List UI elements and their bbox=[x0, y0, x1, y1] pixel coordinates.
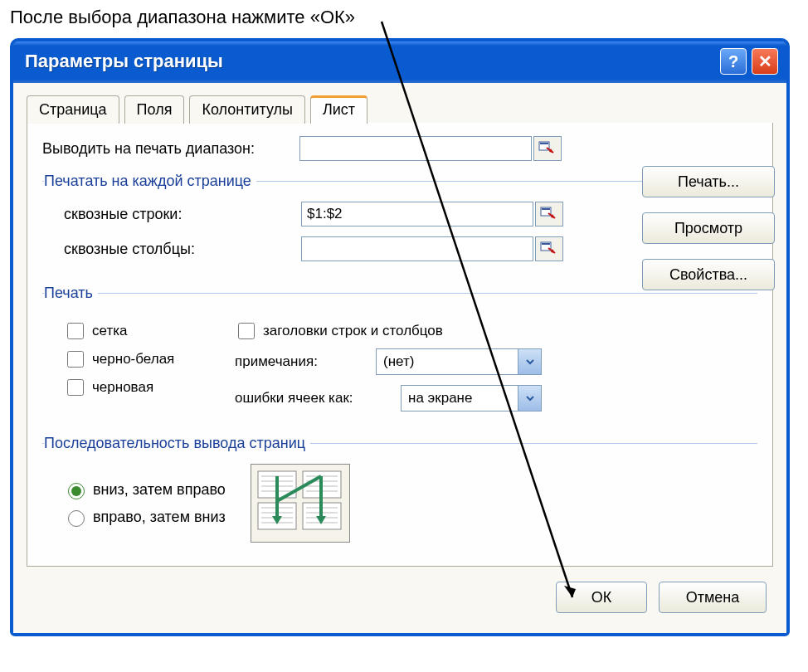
print-range-ref-button[interactable] bbox=[533, 136, 562, 161]
svg-rect-6 bbox=[542, 208, 550, 210]
print-legend: Печать bbox=[44, 285, 98, 302]
ok-button[interactable]: ОК bbox=[556, 582, 647, 613]
order-fieldset: Последовательность вывода страниц вниз, … bbox=[42, 435, 757, 544]
cols-ref-button[interactable] bbox=[535, 236, 563, 261]
chevron-down-icon bbox=[518, 386, 541, 411]
cancel-button[interactable]: Отмена bbox=[659, 582, 767, 613]
cols-label: сквозные столбцы: bbox=[44, 241, 301, 258]
headings-label: заголовки строк и столбцов bbox=[263, 323, 443, 339]
tab-margins[interactable]: Поля bbox=[124, 95, 185, 124]
print-range-input[interactable] bbox=[299, 136, 532, 161]
help-button[interactable]: ? bbox=[720, 48, 747, 75]
down-then-over-label: вниз, затем вправо bbox=[93, 481, 226, 499]
tab-headers[interactable]: Колонтитулы bbox=[189, 95, 305, 124]
bw-label: черно-белая bbox=[92, 351, 174, 368]
draft-checkbox[interactable] bbox=[67, 379, 84, 396]
tab-sheet[interactable]: Лист bbox=[310, 95, 367, 124]
window-title: Параметры страницы bbox=[25, 51, 715, 72]
down-then-over-radio[interactable] bbox=[68, 483, 85, 499]
svg-rect-3 bbox=[540, 143, 548, 144]
tab-page[interactable]: Страница bbox=[27, 95, 119, 124]
preview-button[interactable]: Просмотр bbox=[642, 212, 775, 244]
cols-input[interactable] bbox=[301, 236, 533, 261]
notes-value: (нет) bbox=[377, 353, 518, 370]
chevron-down-icon bbox=[518, 349, 541, 374]
side-buttons: Печать... Просмотр Свойства... bbox=[642, 166, 775, 290]
rows-label: сквозные строки: bbox=[44, 206, 301, 223]
errors-value: на экране bbox=[402, 390, 518, 407]
page-order-icon bbox=[251, 464, 350, 543]
help-icon: ? bbox=[728, 52, 738, 71]
over-then-down-radio[interactable] bbox=[68, 510, 85, 527]
repeat-legend: Печатать на каждой странице bbox=[44, 173, 256, 190]
options-button[interactable]: Свойства... bbox=[642, 259, 775, 290]
range-select-icon bbox=[538, 141, 557, 156]
range-select-icon bbox=[540, 207, 558, 222]
over-then-down-label: вправо, затем вниз bbox=[93, 509, 226, 526]
draft-label: черновая bbox=[92, 379, 153, 396]
rows-input[interactable] bbox=[301, 202, 533, 226]
order-legend: Последовательность вывода страниц bbox=[44, 435, 310, 452]
annotation-text: После выбора диапазона нажмите «ОК» bbox=[10, 7, 805, 28]
errors-label: ошибки ячеек как: bbox=[235, 390, 401, 407]
close-button[interactable]: ✕ bbox=[752, 48, 778, 75]
rows-ref-button[interactable] bbox=[535, 202, 563, 226]
notes-combo[interactable]: (нет) bbox=[376, 348, 542, 375]
print-range-label: Выводить на печать диапазон: bbox=[42, 140, 299, 158]
headings-checkbox[interactable] bbox=[238, 323, 255, 339]
range-select-icon bbox=[540, 241, 558, 256]
dialog-window: Параметры страницы ? ✕ Страница Поля Кол… bbox=[10, 38, 790, 636]
grid-checkbox[interactable] bbox=[67, 323, 84, 339]
titlebar: Параметры страницы ? ✕ bbox=[13, 41, 786, 83]
print-fieldset: Печать сетка черно-белая чер bbox=[42, 285, 757, 423]
close-icon: ✕ bbox=[758, 51, 772, 71]
errors-combo[interactable]: на экране bbox=[401, 385, 542, 411]
notes-label: примечания: bbox=[235, 353, 376, 370]
bw-checkbox[interactable] bbox=[67, 351, 84, 368]
grid-label: сетка bbox=[92, 323, 127, 339]
dialog-footer: ОК Отмена bbox=[27, 567, 773, 620]
tabstrip: Страница Поля Колонтитулы Лист bbox=[27, 95, 773, 124]
print-button[interactable]: Печать... bbox=[642, 166, 775, 197]
svg-rect-9 bbox=[542, 243, 550, 245]
